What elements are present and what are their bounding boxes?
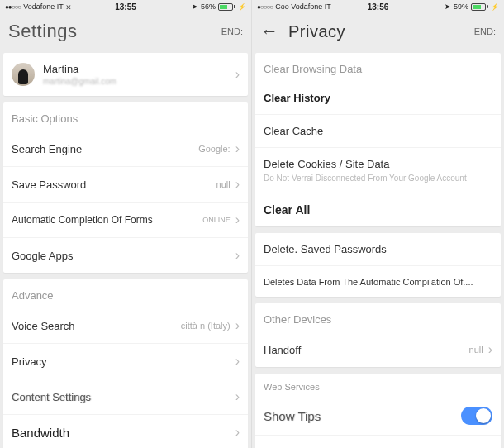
bandwidth-row[interactable]: Bandwidth › <box>3 414 248 448</box>
chevron-icon: › <box>235 177 240 192</box>
charging-icon: ⚡ <box>491 3 499 11</box>
show-tips-label: Show Tips <box>264 409 321 423</box>
search-engine-row[interactable]: Search Engine Google: › <box>3 131 248 166</box>
handoff-row[interactable]: Handoff null › <box>255 332 501 367</box>
location-icon: ➤ <box>192 2 198 11</box>
settings-scroll[interactable]: Martina martina@gmail.com › Basic Option… <box>0 50 251 448</box>
handoff-label: Handoff <box>264 344 301 356</box>
show-tips-toggle[interactable] <box>461 407 492 425</box>
battery-icon <box>471 3 488 11</box>
other-devices-group: Other Devices Handoff null › <box>255 303 501 367</box>
settings-pane: ●●○○○ Vodafone IT ⨉ 13:55 ➤ 56% ⚡ Settin… <box>0 0 252 448</box>
autofill-value: ONLINE <box>202 216 231 224</box>
saved-data-group: Delete. Saved Passwords Deletes Data Fro… <box>255 233 501 297</box>
battery-icon <box>218 3 235 11</box>
clear-cache-label: Clear Cache <box>264 125 323 137</box>
account-email: martina@gmail.com <box>43 77 116 86</box>
advance-group: Advance Voice Search città n (Italy) › P… <box>3 279 248 448</box>
chevron-icon: › <box>235 67 240 82</box>
privacy-label: Privacy <box>12 355 47 368</box>
chevron-icon: › <box>235 389 240 404</box>
clear-all-row[interactable]: Clear All <box>255 193 501 226</box>
handoff-value: null <box>469 345 483 355</box>
autofill-label: Automatic Completion Of Forms <box>12 214 153 226</box>
nav-end-label: END: <box>221 26 243 36</box>
chevron-icon: › <box>235 141 240 156</box>
chevron-icon: › <box>235 248 240 263</box>
page-title: Settings <box>8 21 78 42</box>
privacy-row[interactable]: Privacy › <box>3 343 248 379</box>
voice-search-row[interactable]: Voice Search città n (Italy) › <box>3 308 248 343</box>
other-devices-header: Other Devices <box>255 303 501 332</box>
delete-passwords-row[interactable]: Delete. Saved Passwords <box>255 233 501 265</box>
location-icon: ➤ <box>445 2 451 11</box>
save-password-value: null <box>216 179 231 189</box>
web-services-header: Web Services <box>255 374 501 397</box>
save-password-row[interactable]: Save Password null › <box>3 166 248 202</box>
basic-header: Basic Options <box>3 102 248 131</box>
web-services-group: Web Services Show Tips Invia dati di uti… <box>255 374 501 448</box>
page-title: Privacy <box>288 22 345 41</box>
advance-header: Advance <box>3 279 248 308</box>
autofill-row[interactable]: Automatic Completion Of Forms ONLINE › <box>3 202 248 237</box>
basic-options-group: Basic Options Search Engine Google: › Sa… <box>3 102 248 273</box>
navbar-settings: Settings END: <box>0 13 251 50</box>
nav-end-label: END: <box>474 26 496 36</box>
content-settings-label: Content Settings <box>12 391 91 403</box>
google-apps-label: Google Apps <box>12 250 73 262</box>
signal-dots: ●●○○○ <box>5 3 21 11</box>
clock: 13:55 <box>115 2 136 12</box>
privacy-scroll[interactable]: Clear Browsing Data Clear History Clear … <box>252 50 504 448</box>
delete-autofill-label: Deletes Data From The Automatic Compilat… <box>264 277 473 287</box>
usage-data-row[interactable]: Invia dati di utilizzo Solo su Wi-Fi › <box>255 435 501 448</box>
search-engine-label: Search Engine <box>12 143 82 155</box>
chevron-icon: › <box>488 342 492 357</box>
show-tips-row[interactable]: Show Tips <box>255 397 501 435</box>
signal-dots: ●○○○○ <box>257 3 273 11</box>
navbar-privacy: ← Privacy END: <box>252 13 504 50</box>
carrier-label: Coo Vodafone IT <box>275 2 331 11</box>
voice-search-label: Voice Search <box>12 320 75 332</box>
account-group: Martina martina@gmail.com › <box>3 53 248 96</box>
account-row[interactable]: Martina martina@gmail.com › <box>3 53 248 96</box>
battery-pct: 56% <box>201 2 216 11</box>
clear-cache-row[interactable]: Clear Cache <box>255 114 501 147</box>
statusbar-right: ●○○○○ Coo Vodafone IT 13:56 ➤ 59% ⚡ <box>252 0 504 13</box>
bandwidth-label: Bandwidth <box>12 426 69 440</box>
charging-icon: ⚡ <box>238 3 246 11</box>
carrier-label: Vodafone IT <box>23 2 64 11</box>
google-apps-row[interactable]: Google Apps › <box>3 237 248 273</box>
search-engine-value: Google: <box>198 144 231 154</box>
clear-data-group: Clear Browsing Data Clear History Clear … <box>255 53 501 226</box>
clear-data-header: Clear Browsing Data <box>255 53 501 82</box>
battery-pct: 59% <box>454 2 468 11</box>
delete-autofill-row[interactable]: Deletes Data From The Automatic Compilat… <box>255 265 501 297</box>
delete-cookies-label: Delete Cookies / Site Data <box>264 158 389 170</box>
chevron-icon: › <box>235 212 240 227</box>
back-button[interactable]: ← <box>260 21 278 42</box>
clock: 13:56 <box>368 2 389 12</box>
save-password-label: Save Password <box>12 179 86 191</box>
account-name: Martina <box>43 63 116 75</box>
statusbar-left: ●●○○○ Vodafone IT ⨉ 13:55 ➤ 56% ⚡ <box>0 0 251 13</box>
avatar <box>12 63 35 86</box>
delete-cookies-row[interactable]: Delete Cookies / Site Data Do Not Verrai… <box>255 147 501 193</box>
clear-all-label: Clear All <box>264 203 310 217</box>
chevron-icon: › <box>235 425 240 440</box>
voice-search-value: città n (Italy) <box>181 321 231 331</box>
delete-passwords-label: Delete. Saved Passwords <box>264 243 387 255</box>
clear-history-label: Clear History <box>264 92 330 104</box>
delete-cookies-sub: Do Not Verrai Disconnected From Your Goo… <box>264 174 467 183</box>
content-settings-row[interactable]: Content Settings › <box>3 379 248 414</box>
clear-history-row[interactable]: Clear History <box>255 82 501 114</box>
chevron-icon: › <box>235 318 240 333</box>
chevron-icon: › <box>235 354 240 369</box>
privacy-pane: ●○○○○ Coo Vodafone IT 13:56 ➤ 59% ⚡ ← Pr… <box>252 0 504 448</box>
wifi-icon: ⨉ <box>66 2 71 12</box>
